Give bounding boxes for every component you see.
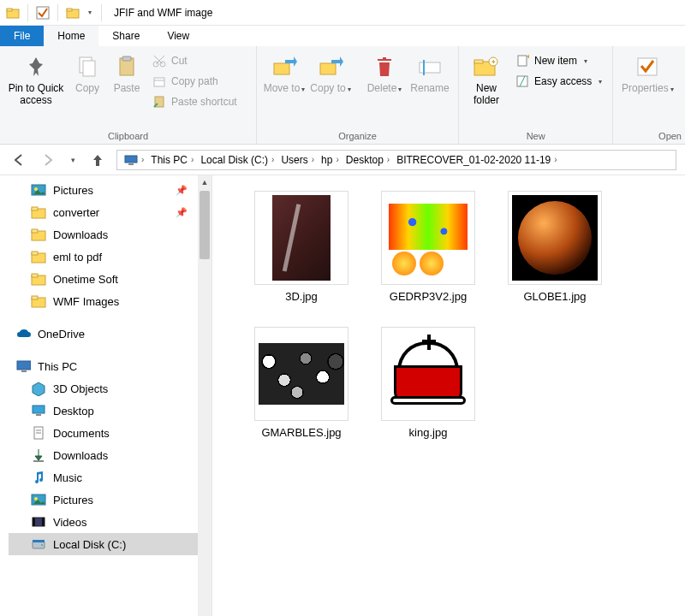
svg-rect-16 <box>420 62 440 73</box>
file-item[interactable]: GLOBE1.jpg <box>503 191 606 303</box>
copy-to-button[interactable]: Copy to▾ <box>308 50 353 95</box>
new-item-button[interactable]: ✦ New item▾ <box>510 51 607 70</box>
3d-icon <box>31 381 46 396</box>
tree-item-label: Documents <box>53 427 110 440</box>
tree-item-videos[interactable]: Videos <box>9 511 211 533</box>
tree-item-3d-objects[interactable]: 3D Objects <box>9 377 211 400</box>
cut-button[interactable]: Cut <box>147 51 242 70</box>
tree-item-local-disk-c-[interactable]: Local Disk (C:) <box>9 533 211 555</box>
copy-path-icon <box>152 74 166 88</box>
tree-item-label: Onetime Soft <box>53 273 118 286</box>
tree-item-music[interactable]: Music <box>9 466 211 489</box>
tree-item-label: Music <box>53 471 82 484</box>
move-to-icon <box>271 53 298 80</box>
pin-icon: 📌 <box>176 185 188 196</box>
file-item[interactable]: king.jpg <box>377 327 480 439</box>
file-item[interactable]: 3D.jpg <box>250 191 353 303</box>
copy-path-button[interactable]: Copy path <box>147 72 242 91</box>
disk-icon <box>31 536 46 552</box>
file-item[interactable]: GEDRP3V2.jpg <box>377 191 480 303</box>
breadcrumb-5[interactable]: BITRECOVER_01-02-2020 11-19› <box>393 154 560 166</box>
tree-scrollbar[interactable]: ▲ <box>198 175 211 616</box>
tree-item-label: converter <box>53 206 99 219</box>
file-item[interactable]: GMARBLES.jpg <box>250 327 353 439</box>
file-thumbnail <box>508 191 602 285</box>
tree-item-onedrive[interactable]: OneDrive <box>9 323 211 345</box>
svg-rect-1 <box>7 9 12 11</box>
folder-icon <box>31 249 46 264</box>
pin-to-quick-access-button[interactable]: Pin to Quick access <box>5 50 67 107</box>
delete-label: Delete <box>367 82 397 94</box>
folder-icon <box>31 271 46 287</box>
rename-label: Rename <box>410 83 449 95</box>
up-button[interactable] <box>87 150 108 170</box>
back-button[interactable] <box>9 150 29 170</box>
rename-icon <box>416 53 444 80</box>
paste-shortcut-icon <box>152 95 166 109</box>
tree-item-label: This PC <box>38 360 77 373</box>
tree-item-downloads[interactable]: Downloads <box>9 223 211 246</box>
svg-rect-4 <box>67 9 72 11</box>
ribbon-group-clipboard: Pin to Quick access Copy Paste Cut Copy … <box>0 46 257 144</box>
navigation-tree: Pictures📌converter📌Downloadseml to pdfOn… <box>0 175 212 616</box>
tree-item-converter[interactable]: converter📌 <box>9 201 211 223</box>
documents-icon <box>31 425 46 441</box>
ribbon: Pin to Quick access Copy Paste Cut Copy … <box>0 46 685 145</box>
folder-icon[interactable] <box>63 3 82 22</box>
tree-item-documents[interactable]: Documents <box>9 422 211 444</box>
address-bar[interactable]: › This PC› Local Disk (C:)› Users› hp› D… <box>116 150 676 170</box>
new-folder-button[interactable]: ✦ New folder <box>464 50 509 107</box>
tree-item-onetime-soft[interactable]: Onetime Soft <box>9 268 211 290</box>
new-group-label: New <box>459 129 612 144</box>
pin-label: Pin to Quick access <box>5 83 67 107</box>
breadcrumb-1[interactable]: Local Disk (C:)› <box>197 154 277 166</box>
forward-button[interactable] <box>38 150 58 170</box>
tree-item-eml-to-pdf[interactable]: eml to pdf <box>9 246 211 268</box>
svg-rect-52 <box>42 518 45 526</box>
folder-icon[interactable] <box>3 3 22 22</box>
checkbox-qat-icon[interactable] <box>33 3 52 22</box>
tab-file[interactable]: File <box>0 26 44 46</box>
new-folder-label: New folder <box>464 83 509 107</box>
delete-icon <box>371 53 398 80</box>
properties-button[interactable]: Properties▾ <box>618 50 676 95</box>
tree-item-wmf-images[interactable]: WMF Images <box>9 290 211 312</box>
copy-icon <box>74 53 101 80</box>
rename-button[interactable]: Rename <box>407 50 453 95</box>
tree-item-downloads[interactable]: Downloads <box>9 444 211 466</box>
breadcrumb-2[interactable]: Users› <box>277 154 318 166</box>
svg-rect-37 <box>32 274 38 277</box>
new-item-label: New item <box>534 55 577 67</box>
tree-item-pictures[interactable]: Pictures📌 <box>9 179 211 201</box>
paste-button[interactable]: Paste <box>108 50 146 95</box>
tab-share[interactable]: Share <box>98 26 153 46</box>
paste-label: Paste <box>114 83 140 95</box>
copy-button[interactable]: Copy <box>68 50 106 95</box>
tab-home[interactable]: Home <box>44 26 98 46</box>
breadcrumb-pc-icon[interactable]: › <box>121 153 147 167</box>
file-name: 3D.jpg <box>285 290 318 303</box>
onedrive-icon <box>15 326 31 341</box>
tree-item-pictures[interactable]: Pictures <box>9 489 211 511</box>
breadcrumb-0[interactable]: This PC› <box>147 154 197 166</box>
tree-item-label: Pictures <box>53 184 93 197</box>
new-folder-icon: ✦ <box>473 53 500 80</box>
copy-label: Copy <box>75 83 99 95</box>
tab-view[interactable]: View <box>153 26 203 46</box>
easy-access-button[interactable]: Easy access▾ <box>510 72 607 91</box>
qat-dropdown-icon[interactable]: ▾ <box>84 3 96 22</box>
breadcrumb-4[interactable]: Desktop› <box>342 154 393 166</box>
file-thumbnail <box>381 191 475 285</box>
pictures-icon <box>31 182 46 198</box>
videos-icon <box>31 514 46 530</box>
delete-button[interactable]: Delete▾ <box>364 50 405 95</box>
tree-item-label: Videos <box>53 516 87 529</box>
recent-locations-button[interactable]: ▾ <box>67 150 79 170</box>
breadcrumb-3[interactable]: hp› <box>318 154 342 166</box>
tree-item-this-pc[interactable]: This PC <box>9 355 211 377</box>
paste-shortcut-button[interactable]: Paste shortcut <box>147 92 242 111</box>
downloads-icon <box>31 447 46 463</box>
tree-item-desktop[interactable]: Desktop <box>9 400 211 422</box>
move-to-button[interactable]: Move to▾ <box>262 50 307 95</box>
svg-rect-27 <box>128 163 134 165</box>
